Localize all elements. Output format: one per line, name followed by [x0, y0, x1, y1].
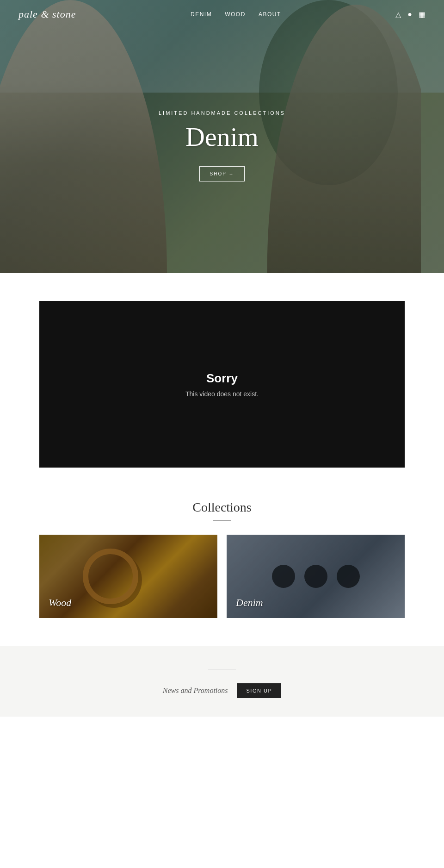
collections-title: Collections [39, 500, 405, 515]
collections-divider [213, 520, 231, 521]
collection-label-wood: Wood [49, 597, 71, 609]
collection-item-denim[interactable]: Denim [227, 535, 405, 618]
hero-title: Denim [185, 121, 259, 152]
footer: News and Promotions SIGN UP [0, 646, 444, 717]
cart-icon[interactable]: ▦ [419, 10, 426, 19]
shop-button[interactable]: SHOP → [199, 166, 245, 181]
newsletter-label: News and Promotions [163, 687, 228, 695]
video-player: Sorry This video does not exist. [39, 301, 405, 468]
nav-link-wood[interactable]: WOOD [225, 11, 246, 18]
brand-logo[interactable]: pale & stone [18, 8, 76, 20]
video-error-message: This video does not exist. [185, 390, 259, 398]
hero-subtitle: LIMITED HANDMADE COLLECTIONS [159, 110, 285, 116]
search-icon[interactable]: ● [407, 10, 412, 19]
footer-inner: News and Promotions SIGN UP [18, 683, 426, 698]
account-icon[interactable]: △ [395, 10, 401, 19]
video-error-title: Sorry [206, 371, 238, 386]
footer-line [208, 669, 236, 669]
navbar: pale & stone DENIM WOOD ABOUT △ ● ▦ [0, 0, 444, 29]
collections-section: Collections Wood Denim [0, 495, 444, 646]
collections-header: Collections [39, 500, 405, 521]
video-section: Sorry This video does not exist. [0, 273, 444, 495]
signup-button[interactable]: SIGN UP [237, 683, 282, 698]
collections-grid: Wood Denim [39, 535, 405, 618]
nav-icon-group: △ ● ▦ [395, 10, 426, 19]
hero-content: LIMITED HANDMADE COLLECTIONS Denim SHOP … [0, 19, 444, 273]
collection-label-denim: Denim [236, 597, 263, 609]
nav-link-about[interactable]: ABOUT [259, 11, 281, 18]
nav-links: DENIM WOOD ABOUT [191, 11, 281, 18]
hero-section: pale & stone DENIM WOOD ABOUT △ ● ▦ LIMI… [0, 0, 444, 273]
nav-link-denim[interactable]: DENIM [191, 11, 212, 18]
collection-item-wood[interactable]: Wood [39, 535, 217, 618]
